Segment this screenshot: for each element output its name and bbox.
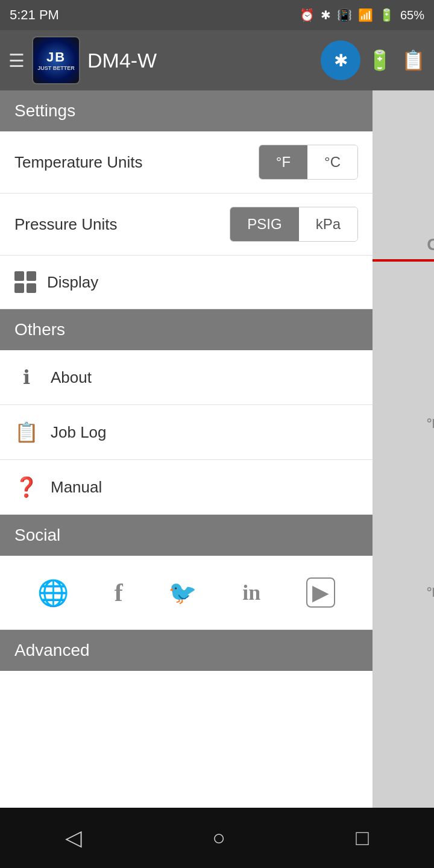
pressure-units-label: Pressure Units	[14, 215, 118, 234]
display-grid-icon	[14, 271, 36, 293]
right-bg-panel: G °F °F	[373, 90, 434, 868]
psig-button[interactable]: PSIG	[230, 207, 298, 241]
logo-sub-text: JUST BETTER	[37, 65, 75, 71]
toolbar-title: DM4-W	[87, 49, 313, 72]
battery-icon: 🔋	[379, 8, 394, 22]
manual-item[interactable]: ❓ Manual	[0, 460, 373, 515]
joblog-item[interactable]: 📋 Job Log	[0, 405, 373, 460]
settings-title: Settings	[14, 101, 75, 120]
status-icons: ⏰ ✱ 📳 📶 🔋 65%	[300, 8, 424, 22]
toolbar-right-icons: 🔋 📋	[368, 49, 426, 72]
display-row[interactable]: Display	[0, 256, 373, 309]
bluetooth-btn-icon: ✱	[334, 51, 348, 71]
app-logo: JB JUST BETTER	[32, 36, 80, 84]
back-button[interactable]: ◁	[65, 825, 82, 851]
kpa-button[interactable]: kPa	[299, 207, 357, 241]
logo-jb-text: JB	[46, 49, 66, 65]
advanced-header: Advanced	[0, 630, 373, 671]
red-line-decoration	[373, 259, 434, 262]
joblog-label: Job Log	[51, 423, 107, 442]
linkedin-icon[interactable]: in	[242, 580, 260, 605]
right-bg-f2: °F	[427, 585, 434, 600]
advanced-title: Advanced	[14, 641, 90, 659]
bluetooth-button[interactable]: ✱	[321, 40, 360, 80]
alarm-icon: ⏰	[300, 8, 315, 22]
wifi-icon: 📶	[358, 8, 373, 22]
others-header: Others	[0, 309, 373, 350]
temperature-units-label: Temperature Units	[14, 153, 142, 172]
bluetooth-icon: ✱	[321, 8, 331, 22]
nav-bar: ◁ ○ □	[0, 808, 434, 868]
settings-header: Settings	[0, 90, 373, 131]
vibrate-icon: 📳	[337, 8, 352, 22]
advanced-content	[0, 671, 373, 810]
others-title: Others	[14, 320, 65, 339]
right-bg-g: G	[427, 235, 434, 254]
social-row: 🌐 f 🐦 in ▶	[0, 556, 373, 630]
display-label: Display	[47, 273, 98, 292]
manual-icon: ❓	[14, 476, 39, 498]
battery-percent: 65%	[400, 8, 424, 22]
joblog-icon: 📋	[14, 421, 39, 444]
recents-button[interactable]: □	[356, 825, 369, 851]
about-item[interactable]: ℹ About	[0, 350, 373, 405]
main-wrapper: Settings Temperature Units °F °C Pressur…	[0, 90, 434, 868]
temperature-toggle-group: °F °C	[259, 145, 358, 180]
pressure-units-row: Pressure Units PSIG kPa	[0, 193, 373, 256]
menu-icon[interactable]: ☰	[8, 50, 25, 71]
fahrenheit-button[interactable]: °F	[259, 145, 307, 179]
status-bar: 5:21 PM ⏰ ✱ 📳 📶 🔋 65%	[0, 0, 434, 30]
right-bg-f: °F	[427, 416, 434, 432]
status-time: 5:21 PM	[10, 7, 59, 23]
battery-status-icon: 🔋	[368, 49, 392, 72]
home-button[interactable]: ○	[212, 825, 225, 851]
temperature-units-row: Temperature Units °F °C	[0, 131, 373, 193]
twitter-icon[interactable]: 🐦	[168, 579, 197, 606]
about-icon: ℹ	[14, 366, 39, 389]
website-icon[interactable]: 🌐	[37, 578, 69, 608]
toolbar: ☰ JB JUST BETTER DM4-W ✱ 🔋 📋	[0, 30, 434, 90]
clipboard-icon: 📋	[401, 49, 426, 72]
celsius-button[interactable]: °C	[307, 145, 357, 179]
pressure-toggle-group: PSIG kPa	[230, 207, 358, 242]
manual-label: Manual	[51, 478, 102, 497]
social-header: Social	[0, 515, 373, 556]
facebook-icon[interactable]: f	[115, 578, 123, 607]
social-title: Social	[14, 526, 60, 544]
settings-panel: Settings Temperature Units °F °C Pressur…	[0, 90, 373, 868]
about-label: About	[51, 368, 92, 387]
youtube-icon[interactable]: ▶	[306, 577, 335, 608]
